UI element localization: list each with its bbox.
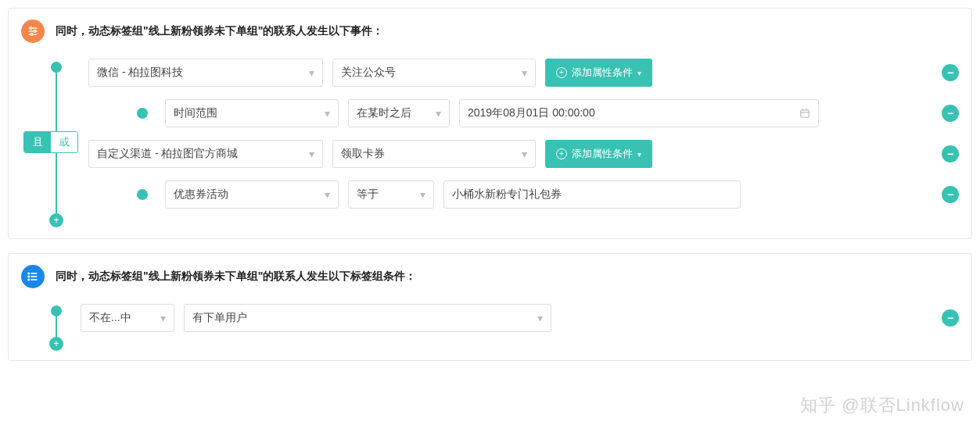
chevron-down-icon: ▾ [436,107,441,120]
svg-point-4 [34,30,36,33]
settings-icon [21,20,45,43]
attr-field-value: 优惠券活动 [174,188,228,202]
attr-value-input[interactable]: 小桶水新粉专门礼包券 [443,180,741,209]
attr-op-select[interactable]: 在某时之后 ▾ [348,99,450,127]
chevron-down-icon: ▾ [325,188,330,201]
attr-row: 时间范围 ▾ 在某时之后 ▾ 2019年08月01日 00:00:00 [88,99,959,127]
event-row: 自定义渠道 - 柏拉图官方商城 ▾ 领取卡券 ▾ + 添加属性条件 ▾ − [88,140,959,168]
tags-panel: 同时，动态标签组"线上新粉领券未下单组"的联系人发生以下标签组条件： + 不在.… [8,253,972,361]
chevron-down-icon: ▾ [325,107,330,120]
channel-select-value: 微信 - 柏拉图科技 [97,66,183,80]
events-rows: 微信 - 柏拉图科技 ▾ 关注公众号 ▾ + 添加属性条件 ▾ − [70,59,959,226]
remove-tag-row-button[interactable]: − [942,309,959,327]
event-select-value: 关注公众号 [341,66,396,80]
attr-field-select[interactable]: 优惠券活动 ▾ [165,180,339,209]
add-attr-button[interactable]: + 添加属性条件 ▾ [545,59,652,87]
remove-row-button[interactable]: − [942,145,959,162]
chevron-down-icon: ▾ [522,148,527,160]
plus-circle-icon: + [556,67,567,78]
add-tag-condition-button[interactable]: + [49,337,63,351]
datetime-input[interactable]: 2019年08月01日 00:00:00 [459,99,819,127]
channel-select[interactable]: 微信 - 柏拉图科技 ▾ [88,59,323,87]
attr-field-select[interactable]: 时间范围 ▾ [165,99,339,127]
svg-point-14 [28,276,29,277]
chevron-down-icon: ▾ [522,66,527,79]
attr-field-value: 时间范围 [174,106,217,120]
remove-attr-button[interactable]: − [942,105,959,122]
plus-circle-icon: + [556,148,567,159]
tags-body: + 不在...中 ▾ 有下单用户 ▾ − [21,304,959,348]
attr-op-select[interactable]: 等于 ▾ [348,180,434,209]
chevron-down-icon: ▾ [537,312,543,324]
channel-select-value: 自定义渠道 - 柏拉图官方商城 [97,147,238,161]
sub-dot [137,108,148,119]
attr-op-value: 在某时之后 [357,106,411,120]
events-panel: 同时，动态标签组"线上新粉领券未下单组"的联系人发生以下事件： + 且 或 微信… [8,8,972,239]
calendar-icon [799,108,810,119]
svg-point-3 [30,27,32,30]
attr-value-text: 小桶水新粉专门礼包券 [452,188,562,202]
tag-op-value: 不在...中 [89,311,131,325]
attr-op-value: 等于 [357,188,379,202]
tag-op-select[interactable]: 不在...中 ▾ [81,304,174,332]
events-body: + 且 或 微信 - 柏拉图科技 ▾ 关注公众号 ▾ + 添加属性条件 [21,59,959,226]
tag-row: 不在...中 ▾ 有下单用户 ▾ − [81,304,959,332]
tags-rows: 不在...中 ▾ 有下单用户 ▾ − [70,304,959,348]
tags-rail: + [41,304,70,348]
tags-title: 同时，动态标签组"线上新粉领券未下单组"的联系人发生以下标签组条件： [56,270,416,284]
event-select-value: 领取卡券 [341,147,385,161]
events-title: 同时，动态标签组"线上新粉领券未下单组"的联系人发生以下事件： [56,24,383,38]
tag-value-select[interactable]: 有下单用户 ▾ [184,304,551,332]
logic-or[interactable]: 或 [51,132,77,152]
sub-dot [137,189,148,200]
chevron-down-icon: ▾ [309,148,314,160]
chevron-down-icon: ▾ [309,66,314,79]
chevron-down-icon: ▾ [420,188,425,201]
svg-point-13 [28,273,29,273]
channel-select[interactable]: 自定义渠道 - 柏拉图官方商城 ▾ [88,140,323,168]
event-row: 微信 - 柏拉图科技 ▾ 关注公众号 ▾ + 添加属性条件 ▾ − [88,59,959,87]
event-select[interactable]: 关注公众号 ▾ [332,59,536,87]
add-condition-button[interactable]: + [49,213,63,227]
tag-value-text: 有下单用户 [192,311,247,325]
logic-and[interactable]: 且 [24,132,51,152]
svg-point-5 [31,34,33,36]
rail-dot [51,305,62,316]
chevron-down-icon: ▾ [637,150,641,159]
event-select[interactable]: 领取卡券 ▾ [332,140,536,168]
and-or-toggle[interactable]: 且 或 [23,131,78,153]
add-attr-button[interactable]: + 添加属性条件 ▾ [545,140,652,168]
events-panel-header: 同时，动态标签组"线上新粉领券未下单组"的联系人发生以下事件： [21,20,959,43]
tags-panel-header: 同时，动态标签组"线上新粉领券未下单组"的联系人发生以下标签组条件： [21,265,959,288]
remove-row-button[interactable]: − [942,64,959,81]
list-icon [21,265,45,288]
svg-rect-6 [801,110,809,117]
chevron-down-icon: ▾ [637,69,641,77]
attr-row: 优惠券活动 ▾ 等于 ▾ 小桶水新粉专门礼包券 − [88,180,959,209]
datetime-value: 2019年08月01日 00:00:00 [468,106,595,120]
add-attr-label: 添加属性条件 [572,66,633,80]
chevron-down-icon: ▾ [160,312,166,324]
remove-attr-button[interactable]: − [942,186,959,203]
rail-dot [51,62,62,73]
add-attr-label: 添加属性条件 [572,147,633,161]
events-rail: + 且 或 [41,59,70,226]
svg-point-15 [28,279,29,280]
